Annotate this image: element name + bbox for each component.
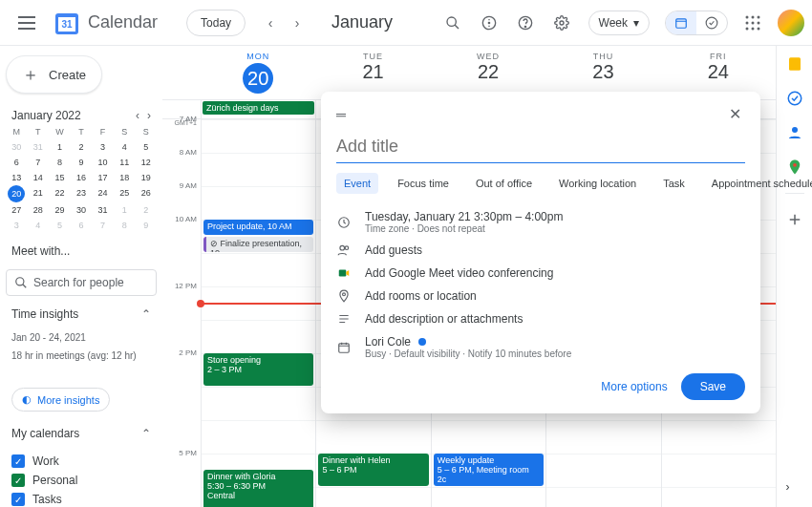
next-period-button[interactable]: ›: [286, 11, 309, 34]
save-button[interactable]: Save: [681, 373, 745, 400]
prev-period-button[interactable]: ‹: [259, 11, 282, 34]
support-icon[interactable]: [474, 8, 504, 38]
apps-launcher-icon[interactable]: [737, 8, 768, 38]
contacts-icon[interactable]: [786, 124, 803, 141]
drag-handle-icon[interactable]: ═: [336, 107, 346, 122]
mini-day[interactable]: 12: [135, 155, 157, 170]
mini-day[interactable]: 8: [49, 155, 71, 170]
mini-day[interactable]: 18: [114, 170, 136, 185]
more-insights-button[interactable]: ◐More insights: [11, 388, 110, 412]
mini-day[interactable]: 1: [49, 139, 71, 155]
tasks-addon-icon[interactable]: [786, 90, 803, 107]
mini-day[interactable]: 10: [92, 155, 114, 170]
event-title-input[interactable]: [336, 131, 745, 163]
day-header[interactable]: MON20: [201, 46, 315, 99]
event-visibility[interactable]: Busy · Default visibility · Notify 10 mi…: [365, 349, 571, 359]
mini-day[interactable]: 22: [49, 185, 71, 202]
mini-day[interactable]: 11: [114, 155, 136, 170]
mini-day[interactable]: 24: [92, 185, 114, 202]
account-avatar[interactable]: [778, 10, 804, 36]
mini-day[interactable]: 1: [114, 202, 136, 218]
search-people-input[interactable]: Search for people: [6, 269, 157, 296]
mini-day[interactable]: 17: [92, 170, 114, 185]
mini-prev-button[interactable]: ‹: [136, 109, 139, 122]
calendar-event[interactable]: Store opening2 – 3 PM: [203, 353, 313, 386]
mini-day[interactable]: 26: [135, 185, 157, 202]
add-meet-row[interactable]: Add Google Meet video conferencing: [336, 262, 745, 285]
mini-day[interactable]: 6: [6, 155, 28, 170]
mini-calendar[interactable]: MTWTFSS303112345678910111213141516171819…: [6, 124, 157, 233]
mini-day[interactable]: 23: [71, 185, 93, 202]
collapse-mycalendars-icon[interactable]: ⌃: [141, 427, 151, 440]
mini-day[interactable]: 4: [28, 218, 50, 233]
layout-toggle[interactable]: [665, 11, 728, 35]
hide-rail-icon[interactable]: ›: [786, 480, 803, 497]
help-icon[interactable]: [510, 8, 541, 38]
mini-day[interactable]: 30: [6, 139, 28, 155]
calendar-event[interactable]: Weekly update5 – 6 PM, Meeting room 2c: [434, 454, 544, 486]
mini-day[interactable]: 6: [71, 218, 93, 233]
allday-event[interactable]: Zürich design days: [203, 101, 314, 115]
calendar-item[interactable]: ✓Work: [6, 452, 157, 471]
calendar-checkbox[interactable]: ✓: [11, 474, 25, 487]
more-options-button[interactable]: More options: [601, 380, 667, 393]
mini-day[interactable]: 9: [71, 155, 93, 170]
mini-day[interactable]: 7: [28, 155, 50, 170]
collapse-insights-icon[interactable]: ⌃: [141, 307, 151, 321]
day-column[interactable]: Project update, 10 AM⊘ Finalize presenta…: [201, 119, 315, 507]
add-location-row[interactable]: Add rooms or location: [336, 285, 745, 307]
mini-day[interactable]: 5: [49, 218, 71, 233]
add-description-row[interactable]: Add description or attachments: [336, 307, 745, 330]
search-icon[interactable]: [438, 8, 468, 38]
mini-day[interactable]: 20: [8, 185, 25, 202]
keep-icon[interactable]: [786, 55, 803, 73]
calendar-checkbox[interactable]: ✓: [11, 454, 25, 468]
mini-day[interactable]: 28: [28, 202, 50, 218]
calendar-checkbox[interactable]: ✓: [11, 493, 25, 506]
mini-day[interactable]: 31: [92, 202, 114, 218]
mini-day[interactable]: 14: [28, 170, 50, 185]
create-button[interactable]: ＋Create: [6, 55, 102, 94]
event-datetime[interactable]: Tuesday, January 21 3:30pm – 4:00pm: [365, 210, 563, 223]
event-type-tab[interactable]: Focus time: [390, 173, 457, 194]
event-type-tab[interactable]: Appointment schedule: [704, 173, 812, 194]
calendar-item[interactable]: ✓Tasks: [6, 490, 157, 507]
event-type-tab[interactable]: Working location: [551, 173, 644, 194]
mini-day[interactable]: 27: [6, 202, 28, 218]
calendar-event[interactable]: Project update, 10 AM: [203, 220, 313, 235]
mini-day[interactable]: 30: [71, 202, 93, 218]
event-timezone-repeat[interactable]: Time zone · Does not repeat: [365, 223, 563, 234]
mini-day[interactable]: 31: [28, 139, 50, 155]
mini-next-button[interactable]: ›: [147, 109, 151, 122]
mini-day[interactable]: 4: [114, 139, 136, 155]
calendar-event[interactable]: Dinner with Gloria5:30 – 6:30 PMCentral: [203, 470, 313, 507]
menu-button[interactable]: [8, 4, 46, 42]
mini-day[interactable]: 13: [6, 170, 28, 185]
calendar-item[interactable]: ✓Personal: [6, 471, 157, 490]
mini-day[interactable]: 7: [92, 218, 114, 233]
mini-day[interactable]: 16: [71, 170, 93, 185]
calendar-view-icon[interactable]: [666, 11, 696, 34]
settings-icon[interactable]: [546, 8, 577, 38]
calendar-owner[interactable]: Lori Cole: [365, 335, 411, 349]
add-guests-row[interactable]: Add guests: [336, 239, 745, 262]
mini-day[interactable]: 2: [71, 139, 93, 155]
mini-day[interactable]: 2: [135, 202, 157, 218]
mini-day[interactable]: 5: [135, 139, 157, 155]
today-button[interactable]: Today: [186, 10, 246, 36]
mini-day[interactable]: 3: [92, 139, 114, 155]
mini-day[interactable]: 3: [6, 218, 28, 233]
tasks-view-icon[interactable]: [696, 11, 727, 34]
calendar-event[interactable]: Dinner with Helen5 – 6 PM: [318, 454, 428, 486]
mini-day[interactable]: 15: [49, 170, 71, 185]
event-type-tab[interactable]: Out of office: [468, 173, 540, 194]
mini-day[interactable]: 9: [135, 218, 157, 233]
mini-day[interactable]: 8: [114, 218, 136, 233]
close-modal-button[interactable]: ✕: [725, 101, 745, 127]
event-type-tab[interactable]: Task: [655, 173, 693, 194]
mini-day[interactable]: 25: [114, 185, 136, 202]
event-type-tab[interactable]: Event: [336, 173, 378, 194]
mini-day[interactable]: 19: [135, 170, 157, 185]
mini-day[interactable]: 29: [49, 202, 71, 218]
add-addon-icon[interactable]: [786, 211, 803, 228]
